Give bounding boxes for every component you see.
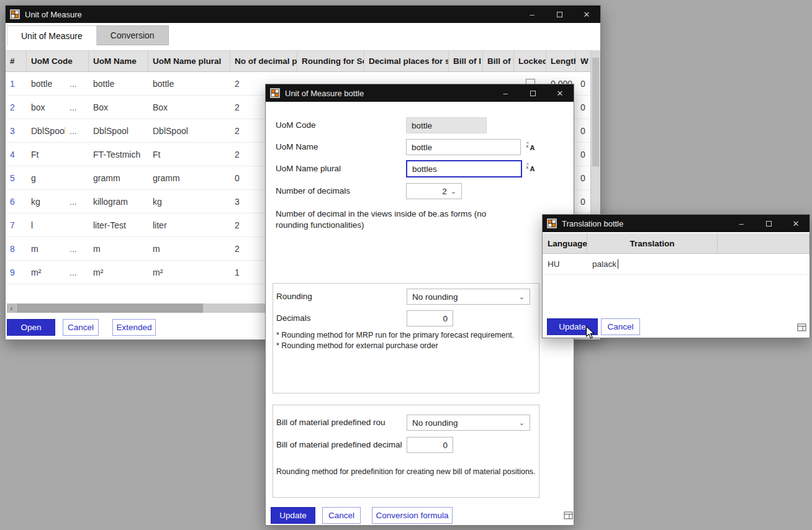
col-header-language[interactable]: Language xyxy=(543,233,587,253)
col-header-decimal-places[interactable]: Decimal places for s xyxy=(364,51,449,71)
cell-plural: m² xyxy=(148,261,230,284)
cell-name: liter-Test xyxy=(89,213,148,236)
cell-row-number: 6 xyxy=(6,190,27,213)
decimals-field[interactable]: 0 xyxy=(407,310,453,326)
minimize-icon[interactable]: – xyxy=(728,215,755,232)
translation-text: palack xyxy=(592,259,616,269)
cell-weight: 0 xyxy=(576,96,590,119)
tab-conversion[interactable]: Conversion xyxy=(97,25,169,45)
translate-icon[interactable]: x A xyxy=(526,141,536,151)
col-header-length[interactable]: Length xyxy=(546,51,576,71)
row-more-button[interactable]: ... xyxy=(65,237,89,260)
col-header-name[interactable]: UoM Name xyxy=(89,51,148,71)
col-header-weight[interactable]: W xyxy=(576,51,590,71)
cell-code: kg xyxy=(27,190,65,213)
cell-code: Ft xyxy=(27,143,65,166)
uom-plural-field[interactable]: bottles xyxy=(406,160,522,177)
tab-unit-of-measure[interactable]: Unit of Measure xyxy=(7,25,97,45)
minimize-icon[interactable]: – xyxy=(518,6,546,23)
cell-name: Box xyxy=(89,96,148,119)
bom-decimal-field[interactable]: 0 xyxy=(407,437,453,453)
row-more-button[interactable]: ... xyxy=(65,190,89,213)
cell-name: FT-Testmich xyxy=(89,143,148,166)
maximize-icon[interactable] xyxy=(546,6,573,23)
decimals-label: Decimals xyxy=(276,313,311,323)
translate-icon[interactable]: x A xyxy=(526,163,536,173)
translation-row[interactable]: HU palack xyxy=(543,254,810,275)
cell-name: m xyxy=(89,237,148,260)
col-header-bill1[interactable]: Bill of I xyxy=(449,51,483,71)
translation-dialog: Translation bottle – ✕ Language Translat… xyxy=(542,214,810,338)
number-of-decimals-label: Number of decimals xyxy=(276,186,350,195)
cell-translation-input[interactable]: palack xyxy=(587,254,718,274)
cell-plural: DblSpool xyxy=(148,119,230,142)
cell-name: killogram xyxy=(89,190,148,213)
cell-plural: Ft xyxy=(148,143,230,166)
row-more-button[interactable]: ... xyxy=(65,119,89,142)
conversion-formula-button[interactable]: Conversion formula xyxy=(372,507,453,524)
col-header-decimals[interactable]: No of decimal p xyxy=(230,51,297,71)
svg-text:A: A xyxy=(530,165,535,173)
col-header-locked[interactable]: Locked xyxy=(514,51,546,71)
table-header-row: # UoM Code UoM Name UoM Name plural No o… xyxy=(6,50,590,72)
form-layout-icon[interactable] xyxy=(564,511,574,520)
form-layout-icon[interactable] xyxy=(797,323,807,332)
col-header-rounding[interactable]: Rounding for Sc xyxy=(297,51,364,71)
text-caret xyxy=(618,259,618,269)
row-more-button[interactable] xyxy=(65,143,89,166)
select-value: No rounding xyxy=(412,292,458,302)
cell-plural: gramm xyxy=(148,166,230,189)
row-more-button[interactable]: ... xyxy=(65,72,89,95)
cell-weight: 0 xyxy=(576,166,590,189)
select-value: 2 xyxy=(442,187,447,196)
col-header-code[interactable]: UoM Code xyxy=(27,51,89,71)
horizontal-scrollbar-thumb[interactable] xyxy=(17,303,203,313)
cancel-button[interactable]: Cancel xyxy=(322,507,361,524)
row-more-button[interactable]: ... xyxy=(65,261,89,284)
cell-name: DblSpool xyxy=(89,119,148,142)
cell-code: bottle xyxy=(27,72,65,95)
uom-name-field[interactable]: bottle xyxy=(406,139,521,155)
cancel-button[interactable]: Cancel xyxy=(601,318,640,335)
close-icon[interactable]: ✕ xyxy=(782,215,810,232)
app-logo-icon xyxy=(547,218,557,228)
svg-text:x: x xyxy=(526,164,529,170)
col-header-bill2[interactable]: Bill of I xyxy=(483,51,514,71)
open-button[interactable]: Open xyxy=(7,319,55,336)
vertical-scrollbar-thumb[interactable] xyxy=(592,58,599,166)
row-more-button[interactable]: ... xyxy=(65,96,89,119)
cell-code: m² xyxy=(27,261,65,284)
bom-note: Rounding method for predefinition for cr… xyxy=(276,467,536,476)
cancel-button[interactable]: Cancel xyxy=(63,319,99,336)
chevron-down-icon: ⌄ xyxy=(519,293,525,301)
close-icon[interactable]: ✕ xyxy=(546,84,574,102)
extended-button[interactable]: Extended xyxy=(112,319,156,336)
cell-weight: 0 xyxy=(576,72,590,95)
row-more-button[interactable] xyxy=(65,213,89,236)
app-logo-icon xyxy=(10,9,20,19)
row-more-button[interactable] xyxy=(65,166,89,189)
dialog-title: Unit of Measure bottle xyxy=(285,89,364,98)
minimize-icon[interactable]: – xyxy=(492,84,519,102)
translation-dialog-titlebar[interactable]: Translation bottle – ✕ xyxy=(543,215,810,232)
maximize-icon[interactable] xyxy=(519,84,546,102)
scroll-left-icon[interactable]: ‹ xyxy=(7,303,16,313)
cell-plural: m xyxy=(148,237,230,260)
rounding-select[interactable]: No rounding ⌄ xyxy=(407,289,530,305)
number-of-decimals-select[interactable]: 2 ⌄ xyxy=(406,183,462,199)
maximize-icon[interactable] xyxy=(755,215,782,232)
uom-name-label: UoM Name xyxy=(276,142,318,151)
uom-dialog-titlebar[interactable]: Unit of Measure bottle – ✕ xyxy=(266,84,574,102)
col-header-translation[interactable]: Translation xyxy=(587,233,718,253)
update-button[interactable]: Update xyxy=(271,507,315,524)
cell-code: l xyxy=(27,213,65,236)
bom-rounding-select[interactable]: No rounding ⌄ xyxy=(407,415,530,431)
col-header-plural[interactable]: UoM Name plural xyxy=(148,51,230,71)
col-header-num[interactable]: # xyxy=(6,51,27,71)
tabstrip: Unit of Measure Conversion xyxy=(6,23,600,45)
rounding-groupbox: Rounding No rounding ⌄ Decimals 0 * Roun… xyxy=(273,283,539,393)
cell-plural: kg xyxy=(148,190,230,213)
main-titlebar[interactable]: Unit of Measure – ✕ xyxy=(6,6,600,23)
close-icon[interactable]: ✕ xyxy=(573,6,600,23)
cell-code: DblSpool xyxy=(27,119,65,142)
